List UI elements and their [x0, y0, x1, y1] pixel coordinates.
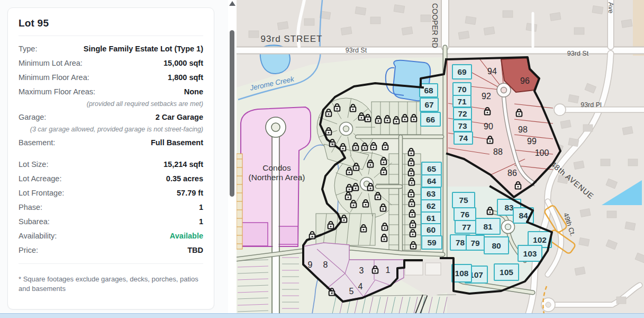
attribute-value: None: [184, 87, 203, 96]
map-lot-60[interactable]: 60: [421, 224, 441, 236]
lot-title: Lot 95: [19, 17, 203, 29]
attribute-value: 1,800 sqft: [168, 73, 203, 82]
map-lot-67[interactable]: 67: [420, 98, 438, 111]
map-lot-92[interactable]: 92: [482, 92, 491, 101]
attribute-row: Maximum Floor Areas:None: [19, 84, 203, 99]
scrollbar-thumb[interactable]: [230, 30, 234, 197]
attribute-row: Availability:Available: [19, 228, 203, 243]
map-lot-70[interactable]: 70: [453, 83, 471, 95]
map-lot-63[interactable]: 63: [421, 188, 441, 200]
map-lot-73[interactable]: 73: [453, 120, 471, 131]
map-lot-68[interactable]: 68: [420, 84, 438, 97]
attribute-row: Price:TBD: [19, 243, 203, 257]
map-lot-88[interactable]: 88: [493, 147, 503, 156]
horizontal-scrollbar[interactable]: [0, 313, 644, 318]
map-lot-81[interactable]: 81: [476, 218, 500, 234]
svg-text:62: 62: [427, 201, 436, 210]
map-lot-76[interactable]: 76: [454, 208, 476, 220]
building: [405, 262, 423, 275]
condos-culdesac: [271, 123, 280, 131]
svg-text:74: 74: [459, 134, 468, 143]
lot-detail-card: Lot 95 Type:Single Family Estate Lot (Ty…: [7, 7, 214, 310]
attribute-row: Subarea:1: [19, 214, 203, 228]
attribute-row: Lot Size:15,214 sqft: [19, 157, 203, 171]
svg-text:63: 63: [427, 189, 436, 198]
attribute-label: Basement:: [19, 138, 55, 147]
culdesac-4: [505, 224, 511, 230]
attribute-note: (3 car garage allowed, provided garage i…: [19, 124, 203, 135]
map-lot-3[interactable]: 3: [359, 266, 364, 275]
svg-text:61: 61: [427, 214, 436, 223]
attribute-value: 1: [199, 203, 203, 211]
map-lot-71[interactable]: 71: [453, 95, 471, 107]
map-lot-79[interactable]: 79: [466, 235, 484, 250]
map-lot-77[interactable]: 77: [455, 220, 478, 233]
svg-text:69: 69: [457, 67, 467, 76]
attribute-value: 15,214 sqft: [164, 160, 203, 169]
map-lot-62[interactable]: 62: [421, 200, 441, 212]
svg-text:65: 65: [427, 164, 437, 173]
panel-scrollbar[interactable]: [228, 0, 237, 314]
street-label: 93rd STREET: [261, 34, 323, 44]
attribute-row: Lot Frontage:57.79 ft: [19, 186, 203, 200]
map-lot-108[interactable]: 108: [452, 264, 471, 282]
map-lot-98[interactable]: 98: [518, 125, 528, 134]
attribute-row: Type:Single Family Estate Lot (Type 1): [19, 41, 203, 56]
street-label: (Northern Area): [249, 173, 305, 182]
map-lot-1[interactable]: 1: [386, 266, 391, 275]
map-lot-4[interactable]: 4: [358, 282, 363, 291]
map-lot-100[interactable]: 100: [535, 148, 549, 157]
map-lot-103[interactable]: 103: [518, 245, 542, 261]
scroll-up-icon[interactable]: [229, 1, 235, 6]
svg-text:83: 83: [504, 203, 514, 212]
map-lot-5[interactable]: 5: [349, 287, 354, 296]
map-lot-61[interactable]: 61: [421, 212, 441, 224]
map-lot-86[interactable]: 86: [507, 169, 517, 178]
attribute-label: Minimum Floor Area:: [19, 73, 89, 82]
pink-culdesac: [501, 87, 507, 93]
attribute-label: Maximum Floor Areas:: [19, 87, 95, 96]
map-lot-69[interactable]: 69: [452, 65, 471, 79]
map-lot-80[interactable]: 80: [484, 237, 509, 254]
svg-text:78: 78: [456, 238, 465, 247]
map-lot-96[interactable]: 96: [520, 76, 530, 85]
attribute-label: Minimum Lot Area:: [19, 59, 83, 67]
building: [425, 263, 441, 275]
map-lot-105[interactable]: 105: [494, 264, 519, 280]
map-lot-75[interactable]: 75: [452, 192, 475, 208]
map-lot-74[interactable]: 74: [454, 132, 473, 144]
svg-text:73: 73: [458, 121, 467, 130]
svg-text:71: 71: [457, 97, 467, 106]
plat-map-svg[interactable]: 6970717273746867666564636261605975767778…: [237, 0, 644, 314]
attribute-label: Phase:: [19, 203, 42, 211]
map-lot-72[interactable]: 72: [453, 108, 471, 119]
map-lot-65[interactable]: 65: [422, 162, 441, 175]
divider: [19, 263, 203, 264]
attribute-label: Lot Acreage:: [19, 174, 61, 183]
map-lot-94[interactable]: 94: [487, 67, 497, 76]
attribute-label: Lot Frontage:: [19, 189, 64, 197]
attribute-value: Single Family Estate Lot (Type 1): [84, 45, 203, 53]
map-lot-59[interactable]: 59: [422, 236, 442, 249]
attribute-label: Price:: [19, 246, 38, 254]
svg-text:79: 79: [470, 238, 480, 248]
svg-text:103: 103: [523, 249, 537, 258]
attribute-value: 2 Car Garage: [156, 113, 203, 121]
attribute-value: 0.35 acres: [166, 174, 203, 183]
map-lot-9[interactable]: 9: [308, 260, 313, 269]
svg-text:102: 102: [533, 235, 547, 244]
map-lot-99[interactable]: 99: [527, 137, 537, 146]
map-lot-8[interactable]: 8: [323, 260, 328, 269]
attribute-row: Phase:1: [19, 200, 203, 214]
lot-attributes: Type:Single Family Estate Lot (Type 1)Mi…: [19, 41, 203, 257]
map-lot-66[interactable]: 66: [421, 112, 440, 126]
attribute-row: Minimum Floor Area:1,800 sqft: [19, 70, 203, 84]
map-lot-90[interactable]: 90: [484, 122, 493, 131]
map-lot-64[interactable]: 64: [422, 175, 441, 187]
attribute-row: Lot Acreage:0.35 acres: [19, 171, 203, 186]
svg-text:72: 72: [458, 109, 467, 118]
street-label: 93rd St: [567, 50, 589, 57]
plat-map[interactable]: 6970717273746867666564636261605975767778…: [237, 0, 644, 314]
street-label: Ave: [607, 2, 614, 13]
svg-text:81: 81: [483, 222, 493, 231]
